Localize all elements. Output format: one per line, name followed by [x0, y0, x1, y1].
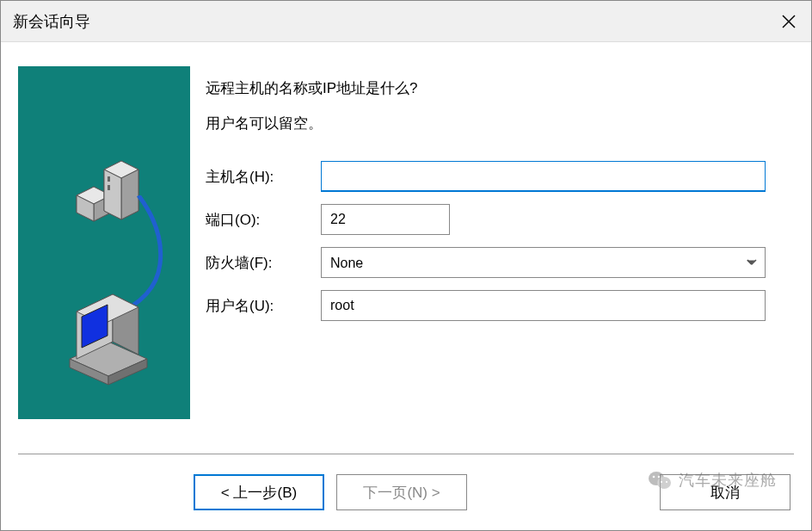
firewall-row: 防火墙(F): None — [206, 247, 794, 278]
new-session-wizard-dialog: 新会话向导 — [0, 0, 812, 531]
form-subheading: 用户名可以留空。 — [206, 114, 794, 133]
form-area: 远程主机的名称或IP地址是什么? 用户名可以留空。 主机名(H): 端口(O):… — [206, 66, 794, 445]
username-input[interactable] — [321, 290, 766, 321]
close-icon[interactable] — [780, 13, 797, 30]
username-row: 用户名(U): — [206, 290, 794, 321]
wizard-graphic — [18, 66, 190, 419]
port-label: 端口(O): — [206, 210, 314, 230]
port-row: 端口(O): — [206, 204, 794, 235]
svg-rect-10 — [108, 176, 110, 182]
hostname-label: 主机名(H): — [206, 167, 314, 187]
cancel-button[interactable]: 取消 — [660, 474, 790, 510]
hostname-input[interactable] — [321, 161, 766, 192]
firewall-select-wrapper: None — [321, 247, 766, 278]
hostname-row: 主机名(H): — [206, 161, 794, 192]
svg-point-21 — [653, 476, 655, 479]
titlebar: 新会话向导 — [1, 1, 811, 42]
username-label: 用户名(U): — [206, 296, 314, 316]
port-input[interactable] — [321, 204, 450, 235]
firewall-select[interactable]: None — [321, 247, 766, 278]
button-row: < 上一步(B) 下一页(N) > 取消 汽车未来座舱 — [1, 454, 811, 530]
firewall-label: 防火墙(F): — [206, 253, 314, 273]
content-area: 远程主机的名称或IP地址是什么? 用户名可以留空。 主机名(H): 端口(O):… — [1, 42, 811, 454]
form-heading: 远程主机的名称或IP地址是什么? — [206, 78, 794, 98]
computer-icon — [61, 277, 156, 389]
back-button[interactable]: < 上一步(B) — [194, 474, 324, 510]
window-title: 新会话向导 — [13, 11, 90, 32]
next-button[interactable]: 下一页(N) > — [336, 474, 467, 510]
svg-rect-11 — [108, 185, 110, 190]
